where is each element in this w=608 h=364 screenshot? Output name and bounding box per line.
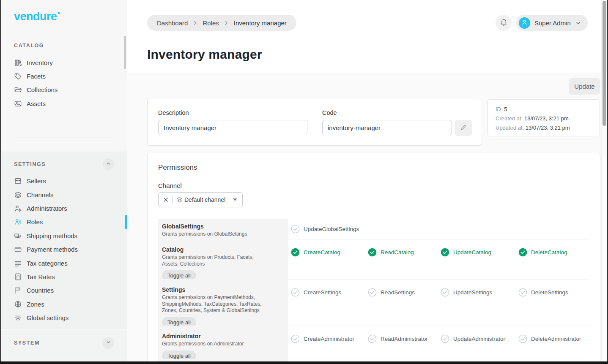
channel-label: Channel <box>158 182 182 189</box>
permission-row-administrator: AdministratorGrants permissions on Admin… <box>158 326 590 359</box>
detail-card: Description Code <box>147 98 481 146</box>
created-label: Created at: <box>496 115 523 122</box>
content-area: Update Description Code <box>127 73 601 364</box>
page-scrollbar-thumb[interactable] <box>603 1 606 126</box>
collapse-system-button[interactable] <box>102 337 114 349</box>
permission-createsettings[interactable]: CreateSettings <box>291 288 368 297</box>
sidebar-item-sellers[interactable]: Sellers <box>0 174 127 188</box>
unchecked-circle-icon <box>441 288 449 297</box>
page-title: Inventory manager <box>147 47 262 62</box>
section-label-catalog: CATALOG <box>14 43 44 49</box>
global-settings-icon <box>14 314 22 322</box>
permission-group-info: AdministratorGrants permissions on Admin… <box>158 326 288 359</box>
permission-updatecatalog[interactable]: UpdateCatalog <box>441 247 518 257</box>
checked-circle-icon <box>441 248 449 257</box>
bell-icon <box>500 18 508 27</box>
channel-value: Default channel <box>184 196 225 203</box>
permission-group-name: Catalog <box>162 246 271 253</box>
permission-group-description: Grants permissions on PaymentMethods, Sh… <box>162 294 268 314</box>
sidebar-item-countries[interactable]: Countries <box>0 284 127 297</box>
vendure-logo[interactable]: vendure <box>14 10 60 23</box>
sidebar-item-payment-methods[interactable]: Payment methods <box>0 243 127 256</box>
permission-group-info: GlobalSettingsGrants permissions on Glob… <box>158 219 288 239</box>
permission-group-info: CatalogGrants permissions on Products, F… <box>158 239 288 279</box>
sidebar-item-administrators[interactable]: Administrators <box>0 201 127 215</box>
sidebar-item-roles[interactable]: Roles <box>0 215 127 229</box>
roles-icon <box>14 218 22 226</box>
sellers-icon <box>14 177 22 185</box>
sidebar-item-tax-rates[interactable]: Tax Rates <box>0 270 127 283</box>
permission-createadministrator[interactable]: CreateAdministrator <box>291 334 368 343</box>
unchecked-circle-icon <box>441 334 449 343</box>
notifications-button[interactable] <box>496 15 512 31</box>
inventory-icon <box>14 59 22 67</box>
avatar <box>519 17 530 29</box>
meta-id: ID: 5 <box>496 105 592 114</box>
permission-updatesettings[interactable]: UpdateSettings <box>441 288 518 297</box>
tax-rates-icon <box>14 273 22 281</box>
channels-icon <box>176 196 183 203</box>
remove-channel-button[interactable] <box>159 196 173 204</box>
permission-deletecatalog[interactable]: DeleteCatalog <box>518 247 590 257</box>
meta-updated: Updated at: 13/07/23, 3:21 pm <box>496 123 592 133</box>
channels-icon <box>14 191 22 199</box>
sidebar-item-zones[interactable]: Zones <box>0 297 127 311</box>
channel-select[interactable]: Default channel <box>158 192 243 207</box>
permissions-table: GlobalSettingsGrants permissions on Glob… <box>158 219 590 364</box>
chevron-up-icon <box>106 161 111 168</box>
description-input[interactable] <box>158 120 307 135</box>
id-value: 5 <box>504 106 507 112</box>
breadcrumb-inventory-manager: Inventory manager <box>234 19 287 27</box>
permission-row-catalog: CatalogGrants permissions on Products, F… <box>158 239 590 279</box>
permission-createcatalog[interactable]: CreateCatalog <box>291 247 368 257</box>
close-icon <box>164 196 168 204</box>
sidebar-item-collections[interactable]: Collections <box>0 83 127 97</box>
breadcrumb-separator-icon <box>193 20 197 25</box>
permission-readadministrator[interactable]: ReadAdministrator <box>368 334 441 343</box>
permission-updateglobalsettings[interactable]: UpdateGlobalSettings <box>291 224 368 234</box>
section-label-settings: SETTINGS <box>14 161 46 167</box>
sidebar-item-channels[interactable]: Channels <box>0 188 127 201</box>
permission-deleteadministrator[interactable]: DeleteAdministrator <box>518 334 590 343</box>
countries-icon <box>14 286 22 294</box>
sidebar-item-global-settings[interactable]: Global settings <box>0 311 127 324</box>
app-window: vendure CATALOGInventoryFacetsCollection… <box>0 0 608 364</box>
sidebar-item-tax-categories[interactable]: Tax categories <box>0 256 127 270</box>
sidebar-nav: CATALOGInventoryFacetsCollectionsAssetsS… <box>0 39 127 364</box>
update-button[interactable]: Update <box>569 78 600 95</box>
permission-deletesettings[interactable]: DeleteSettings <box>518 288 590 297</box>
breadcrumb-dashboard[interactable]: Dashboard <box>157 19 188 27</box>
sidebar-item-facets[interactable]: Facets <box>0 69 127 83</box>
collections-icon <box>14 86 22 94</box>
sidebar-item-inventory[interactable]: Inventory <box>0 56 127 69</box>
chevron-down-icon <box>575 20 581 26</box>
created-value: 13/07/23, 3:21 pm <box>524 115 569 122</box>
unchecked-circle-icon <box>368 334 377 343</box>
code-input[interactable] <box>322 120 452 135</box>
permission-row-globalsettings: GlobalSettingsGrants permissions on Glob… <box>158 219 590 239</box>
sidebar: vendure CATALOGInventoryFacetsCollection… <box>0 0 127 364</box>
user-icon <box>521 19 528 27</box>
sidebar-item-shipping-methods[interactable]: Shipping methods <box>0 229 127 242</box>
checked-circle-icon <box>368 248 377 257</box>
permission-row-settings: SettingsGrants permissions on PaymentMet… <box>158 279 590 326</box>
permission-group-name: Settings <box>162 286 271 293</box>
permission-readsettings[interactable]: ReadSettings <box>368 288 441 297</box>
sidebar-item-assets[interactable]: Assets <box>0 97 127 110</box>
breadcrumb-separator-icon <box>225 20 228 25</box>
permission-group-description: Grants permissions on GlobalSettings <box>162 231 268 238</box>
breadcrumb-roles[interactable]: Roles <box>203 19 219 27</box>
permission-updateadministrator[interactable]: UpdateAdministrator <box>441 334 518 343</box>
page-scrollbar[interactable] <box>601 0 607 361</box>
sidebar-scrollbar-thumb[interactable] <box>124 36 126 69</box>
collapse-settings-button[interactable] <box>102 158 114 170</box>
permission-readcatalog[interactable]: ReadCatalog <box>368 247 441 257</box>
user-menu[interactable]: Super Admin <box>516 15 588 31</box>
sidebar-section-system: SYSTEM <box>0 330 127 364</box>
unchecked-circle-icon <box>291 225 300 234</box>
unchecked-circle-icon <box>291 334 300 343</box>
window-border-left <box>0 0 1 364</box>
description-field: Description <box>158 109 307 135</box>
edit-code-button[interactable] <box>455 120 472 136</box>
table-scrollbar-track[interactable] <box>590 219 590 364</box>
